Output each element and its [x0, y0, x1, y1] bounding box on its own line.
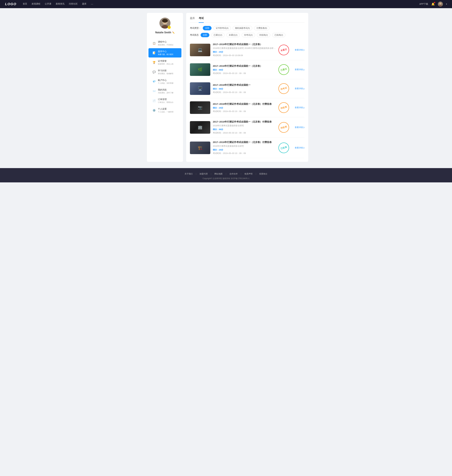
filter-type-paid[interactable]: 付费批卷(6)	[254, 26, 269, 30]
exam-status-3: 待考试	[278, 83, 289, 94]
sidebar-item-qa[interactable]: 💬 学习问答 课后重温，疑难解答	[148, 67, 181, 77]
exam-title-2: 2017–2018年行测证件考试全国统一（北京卷）	[213, 65, 276, 68]
user-avatar-nav[interactable]	[438, 2, 443, 7]
exam-info-1: 2017–2018年行测证件考试全国统一（北京卷） 2018年行测考试是最值得多…	[213, 43, 276, 57]
logo[interactable]: LOGO	[5, 2, 16, 6]
settings-icon: ⚙️	[152, 109, 156, 112]
exam-action-2: 查看详情	[292, 68, 305, 71]
course-center-label: 课程中心	[158, 41, 173, 43]
sidebar-item-account[interactable]: 💎 账户中心 个人权益，实时掌握	[148, 77, 181, 86]
sidebar-item-orders[interactable]: 📄 订单管理 订单支出，明明白白	[148, 96, 181, 105]
view-detail-button-4[interactable]: 查看详情	[295, 106, 305, 109]
footer-link-partners[interactable]: 合作伙伴	[226, 172, 241, 175]
footer-copyright: Copyright© 云朵商学院 版权所有 京ICP备17051340号-1	[0, 177, 452, 180]
question-bank-icon: 📝	[152, 51, 156, 55]
notification-dot	[434, 2, 435, 3]
exam-info-4: 2017–2018年行测证件考试全国统一（北京卷）付费批卷 得分：25分 考试时…	[213, 102, 276, 113]
tab-exam[interactable]: 考试	[199, 17, 204, 23]
exam-title-6: 2017–2018年行测证件考试全国统一（北京卷）付费批卷	[213, 141, 276, 144]
footer-link-about[interactable]: 关于我们	[181, 172, 196, 175]
account-icon: 💎	[152, 80, 156, 84]
footer: 关于我们 | 加盟代理 | 网站地图 | 合作伙伴 | 免责声明 | 招贤纳士 …	[0, 168, 452, 182]
navbar-right: APP下载 🔔 ▾	[419, 2, 447, 7]
exam-desc-1: 2018年行测考试是最值得多去研究 2018年行测考试是最值得多去研究 2018…	[213, 47, 276, 50]
nav-news[interactable]: 新闻资讯	[56, 2, 65, 6]
filter-status-row: 考试状态 全部 已通过(2) 未通过(2) 待考试(2) 待批阅(2) 已批阅(…	[190, 33, 305, 37]
view-detail-button-1[interactable]: 查看详情	[295, 48, 305, 51]
orders-icon: 📄	[152, 99, 156, 103]
notification-bell-icon[interactable]: 🔔	[431, 2, 435, 6]
course-center-icon: 📋	[152, 41, 156, 45]
exam-item: 💻 2017–2018年行测证件考试全国统一（北京卷） 2018年行测考试是最值…	[190, 40, 305, 60]
nav-question-bank[interactable]: 题库	[82, 2, 86, 6]
question-bank-label: 题库中心	[158, 50, 173, 53]
exam-score-5: 得分：99分	[213, 128, 276, 131]
exam-status-1: 未通过	[278, 44, 289, 56]
filter-status-reviewing[interactable]: 待批阅(2)	[257, 33, 270, 37]
exam-title-3: 2017–2018年行测证件考试全国统一	[213, 84, 276, 87]
nav-more[interactable]: ···	[91, 2, 93, 6]
exam-item: 🌿 2017–2018年行测证件考试全国统一（北京卷） 得分：99分 考试时间：…	[190, 60, 305, 79]
nav-home[interactable]: 首页	[23, 2, 27, 6]
exam-thumbnail-2: 🌿	[190, 63, 210, 76]
exam-thumbnail-5: 🏢	[190, 121, 210, 134]
exam-info-5: 2017–2018年行测证件考试全国统一（北京卷）付费批卷 2018年行测考试是…	[213, 120, 276, 134]
filter-status-pending[interactable]: 待考试(2)	[242, 33, 255, 37]
app-download-link[interactable]: APP下载	[419, 3, 428, 6]
status-stamp-teal-6: 已批阅	[277, 141, 290, 154]
exam-action-4: 查看详情	[292, 106, 305, 109]
sidebar-item-messages[interactable]: 📨 我的消息 消息通知，及时了解	[148, 87, 181, 96]
certificates-icon: 🏆	[152, 61, 156, 64]
exam-time-4: 考试时间：2019–05–03 10：09：09	[213, 110, 276, 113]
view-detail-button-5[interactable]: 查看详情	[295, 126, 305, 129]
content-tabs: 题库 考试	[190, 17, 305, 23]
nav-qa[interactable]: 问答社区	[69, 2, 78, 6]
sidebar-item-course-center[interactable]: 📋 课程中心 精彩课程，不容错过	[148, 39, 181, 48]
exam-status-4: 待批阅	[278, 102, 289, 113]
exam-time-6: 考试时间：2019–05–03 10：09：09	[213, 152, 276, 155]
exam-score-1: 得分：25分	[213, 51, 276, 54]
view-detail-button-2[interactable]: 查看详情	[295, 68, 305, 71]
exam-thumbnail-1: 💻	[190, 44, 210, 56]
exam-desc-5: 2018年行测考试是最值得多去研究	[213, 124, 276, 127]
question-bank-sub: 海量习题，助力通关	[158, 53, 173, 56]
filter-type-all[interactable]: 全部	[203, 26, 212, 30]
exam-item: 🏗️ 2017–2018年行测证件考试全国统一（北京卷）付费批卷 2018年行测…	[190, 138, 305, 158]
footer-link-disclaimer[interactable]: 免责声明	[241, 172, 256, 175]
filter-status-failed[interactable]: 未通过(2)	[226, 33, 240, 37]
sidebar-item-settings[interactable]: ⚙️ 个人设置 个人信息，一键管理	[148, 106, 181, 115]
filter-status-reviewed[interactable]: 已批阅(2)	[272, 33, 286, 37]
view-detail-button-3[interactable]: 查看详情	[295, 87, 305, 90]
exam-time-3: 考试时间：2019–05–03 10：09：09	[213, 91, 276, 94]
nav-open-course[interactable]: 公开课	[45, 2, 51, 6]
orders-label: 订单管理	[158, 98, 173, 101]
sidebar-item-certificates[interactable]: 🏆 证书荣誉 收获荣誉，持证上岗	[148, 58, 181, 67]
footer-link-sitemap[interactable]: 网站地图	[211, 172, 226, 175]
qa-icon: 💬	[152, 70, 156, 74]
nav-discover[interactable]: 发现课程	[32, 2, 40, 6]
status-stamp-orange-4: 待批阅	[277, 101, 290, 114]
view-detail-button-6[interactable]: 查看详情	[295, 146, 305, 149]
filter-status-all[interactable]: 全部	[200, 33, 209, 37]
sidebar-item-question-bank[interactable]: 📝 题库中心 海量习题，助力通关	[148, 48, 181, 57]
status-stamp-green: 已通过	[277, 63, 290, 76]
exam-score-2: 得分：99分	[213, 68, 276, 71]
footer-link-franchise[interactable]: 加盟代理	[196, 172, 211, 175]
filter-type-cert[interactable]: 证书类考试(4)	[213, 26, 231, 30]
exam-action-3: 查看详情	[292, 87, 305, 90]
tab-question-bank[interactable]: 题库	[190, 17, 195, 20]
user-menu-chevron-icon[interactable]: ▾	[446, 3, 447, 5]
exam-thumbnail-4: 📷	[190, 101, 210, 114]
exam-action-5: 查看详情	[292, 126, 305, 129]
main-container: 🏅 Natalie Smith ✏️ 📋 课程中心 精彩课程，不容错过 📝 题库…	[144, 13, 308, 162]
exam-list: 💻 2017–2018年行测证件考试全国统一（北京卷） 2018年行测考试是最值…	[190, 40, 305, 158]
filter-type-random[interactable]: 随机抽题考试(5)	[233, 26, 252, 30]
exam-info-3: 2017–2018年行测证件考试全国统一 得分：99分 考试时间：2019–05…	[213, 84, 276, 94]
filter-status-label: 考试状态	[190, 34, 199, 36]
edit-profile-icon[interactable]: ✏️	[172, 31, 175, 34]
filter-type-label: 考试类型：	[190, 27, 201, 29]
profile-name-row: Natalie Smith ✏️	[155, 31, 174, 34]
footer-link-jobs[interactable]: 招贤纳士	[256, 172, 271, 175]
exam-status-5: 待批阅	[278, 122, 289, 133]
filter-status-passed[interactable]: 已通过(2)	[211, 33, 225, 37]
